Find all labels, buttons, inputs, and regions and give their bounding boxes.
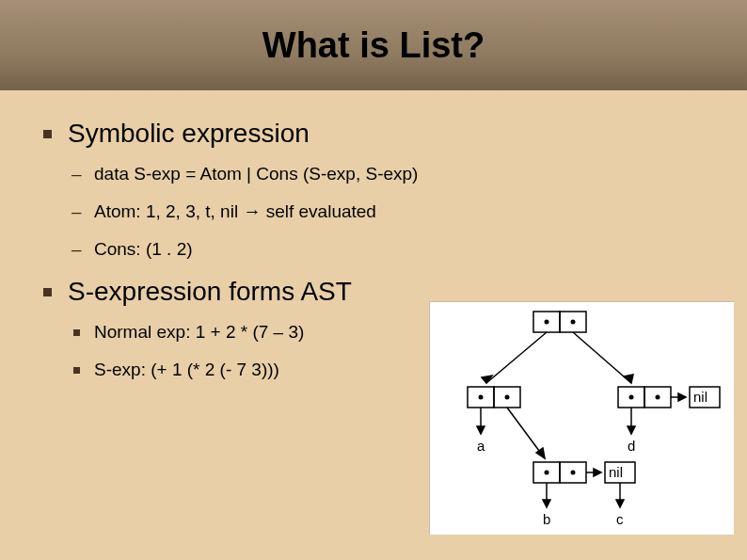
svg-marker-23 [477,426,485,434]
diagram-label-c: c [616,511,624,527]
cons-diagram: a b c d nil nil [429,301,734,535]
sub-bullet: Cons: (1 . 2) [68,239,719,260]
sub-bullet: data S-exp = Atom | Cons (S-exp, S-exp) [68,164,719,184]
diagram-label-b: b [543,511,550,527]
svg-point-10 [545,320,549,325]
svg-line-18 [486,332,547,383]
svg-marker-29 [678,393,686,401]
svg-marker-33 [594,469,601,476]
sub-bullet: Normal exp: 1 + 2 * (7 – 3) [68,322,444,343]
bullet-symbolic-expression: Symbolic expression data S-exp = Atom | … [43,119,719,260]
slide-title: What is List? [262,25,485,66]
svg-point-13 [505,395,510,400]
bullet-label: S-expression forms AST [68,277,352,306]
svg-point-12 [479,395,484,400]
diagram-label-a: a [477,438,485,454]
svg-marker-27 [628,426,635,434]
svg-marker-36 [616,500,624,507]
sub-bullet: S-exp: (+ 1 (* 2 (- 7 3))) [68,360,444,380]
diagram-label-d: d [628,438,635,454]
svg-point-15 [656,395,660,400]
svg-marker-31 [543,500,550,507]
bullet-label: Symbolic expression [68,119,310,148]
sub-bullet: Atom: 1, 2, 3, t, nil → self evaluated [68,201,719,222]
diagram-label-nil: nil [609,464,623,480]
svg-marker-21 [624,375,633,383]
svg-point-11 [571,320,576,325]
diagram-label-nil: nil [693,389,707,405]
svg-point-17 [571,471,576,475]
svg-point-14 [629,395,634,400]
svg-line-20 [573,332,631,383]
title-band: What is List? [0,0,747,90]
svg-point-16 [545,471,549,475]
